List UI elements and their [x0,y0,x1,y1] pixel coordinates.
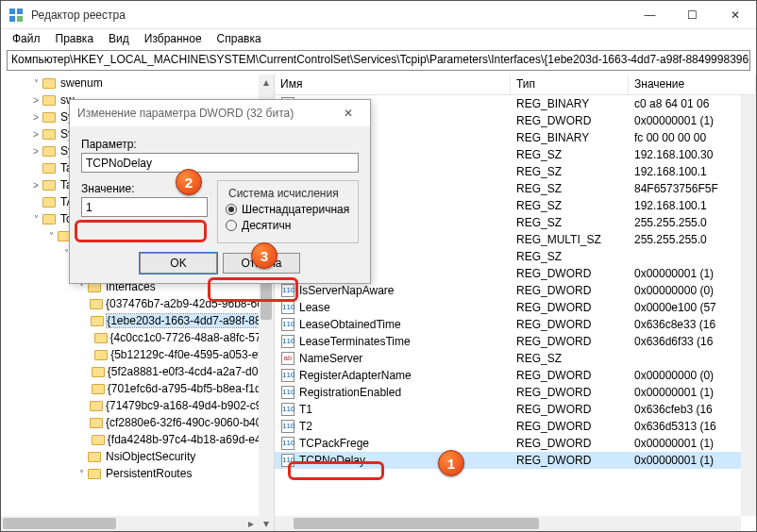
value-type: REG_DWORD [511,386,629,399]
column-value[interactable]: Значение [629,75,756,94]
value-row[interactable]: 110T2REG_DWORD0x636d5313 (16 [275,418,756,435]
tree-item-label: swenum [60,76,103,90]
folder-icon [42,76,58,90]
expand-icon[interactable]: > [29,129,42,140]
expand-icon[interactable]: > [29,95,42,106]
value-row[interactable]: 110LeaseObtainedTimeREG_DWORD0x636c8e33 … [275,316,756,333]
menu-favorites[interactable]: Избранное [137,30,210,47]
param-input[interactable] [81,153,359,173]
value-input[interactable] [81,197,208,217]
radio-hex[interactable]: Шестнадцатеричная [226,203,350,216]
value-data: 192.168.100.1 [629,199,756,212]
binary-value-icon: 110 [280,368,295,383]
value-data: 0x636cfeb3 (16 [629,403,756,416]
value-data: 192.168.100.30 [629,148,756,161]
value-type: REG_SZ [511,148,629,161]
value-row[interactable]: 110LeaseTerminatesTimeREG_DWORD0x636d6f3… [275,333,756,350]
callout-2: 2 [176,169,202,195]
expand-icon[interactable]: ˅ [29,78,42,89]
tree-item[interactable]: {5f2a8881-e0f3-4cd4-a2a7-d03df [1,363,274,380]
expand-icon[interactable]: > [29,112,42,123]
minimize-button[interactable]: — [629,1,671,29]
value-name: T2 [299,420,312,433]
value-row[interactable]: 110TCPackFregeREG_DWORD0x00000001 (1) [275,435,756,452]
value-row[interactable]: 110T1REG_DWORD0x636cfeb3 (16 [275,401,756,418]
folder-icon [90,297,103,310]
folder-icon [42,195,58,208]
value-row[interactable]: 110RegistrationEnabledREG_DWORD0x0000000… [275,384,756,401]
column-name[interactable]: Имя [275,75,511,94]
list-vertical-scrollbar[interactable] [741,95,756,516]
tree-item[interactable]: {1ebe203d-1663-4dd7-a98f-8849 [1,312,274,329]
address-bar[interactable]: Компьютер\HKEY_LOCAL_MACHINE\SYSTEM\Curr… [7,50,750,71]
value-row[interactable]: 110TCPNoDelayREG_DWORD0x00000001 (1) [275,452,756,469]
expand-icon[interactable]: ˅ [44,231,58,241]
tree-item[interactable]: {4c0cc1c0-7726-48a8-a8fc-5765 [1,329,274,346]
column-type[interactable]: Тип [511,75,629,94]
radio-dot-icon [226,220,237,231]
value-data: 255.255.255.0 [629,233,756,246]
menu-file[interactable]: Файл [5,30,48,47]
tree-item-label: {cf2880e6-32f6-490c-9060-b40d5 [106,416,275,429]
regedit-icon [8,8,24,23]
binary-value-icon: 110 [280,385,295,400]
scroll-thumb[interactable] [294,518,539,529]
binary-value-icon: 110 [280,402,295,417]
tree-item[interactable]: {71479bc9-a168-49d4-b902-c952 [1,397,274,414]
scroll-right-icon[interactable]: ▸ [244,516,259,531]
tree-item[interactable]: NsiObjectSecurity [1,448,274,465]
value-data: 0x636c8e33 (16 [629,318,756,331]
expand-icon[interactable]: > [29,180,42,191]
titlebar: Редактор реестра — ☐ ✕ [1,1,756,29]
value-data: 84F6573756F5F [629,182,756,195]
scroll-down-icon[interactable]: ▾ [259,516,274,531]
value-row[interactable]: abNameServerREG_SZ [275,350,756,367]
value-data: 0x00000001 (1) [629,454,756,467]
folder-icon [92,433,105,446]
value-type: REG_DWORD [511,267,629,280]
close-button[interactable]: ✕ [714,1,756,29]
value-type: REG_SZ [511,352,629,365]
tree-item[interactable]: ˅PersistentRoutes [1,465,274,482]
value-name: T1 [299,403,312,416]
tree-item[interactable]: {701efc6d-a795-4bf5-b8ea-f1da0 [1,380,274,397]
scroll-up-icon[interactable]: ▴ [259,75,274,90]
tree-horizontal-scrollbar[interactable]: ◂ ▸ [1,516,259,531]
tree-item[interactable]: {fda4248b-97c4-4b18-a69d-e4e8 [1,431,274,448]
value-data: 0x00000001 (1) [629,386,756,399]
value-name: RegisterAdapterName [299,369,412,382]
tree-item[interactable]: ˅swenum [1,75,274,91]
scroll-thumb[interactable] [3,518,116,529]
dialog-close-button[interactable]: ✕ [334,107,362,120]
value-type: REG_DWORD [511,284,629,297]
expand-icon[interactable]: ˅ [75,469,88,479]
edit-dword-dialog: Изменение параметра DWORD (32 бита) ✕ Па… [69,99,371,284]
menu-help[interactable]: Справка [210,30,269,47]
value-data: fc 00 00 00 00 [629,131,756,144]
folder-icon [42,212,58,225]
maximize-button[interactable]: ☐ [671,1,714,29]
value-row[interactable]: 110IsServerNapAwareREG_DWORD0x00000000 (… [275,282,756,299]
value-data: 0x636d6f33 (16 [629,335,756,348]
folder-icon [94,331,108,344]
svg-rect-3 [17,16,23,22]
tree-item-label: {5b12129c-4f0e-4595-a053-ef27 [110,348,274,361]
tree-item[interactable]: {5b12129c-4f0e-4595-a053-ef27 [1,346,274,363]
value-type: REG_DWORD [511,420,629,433]
expand-icon[interactable]: ˅ [29,214,42,224]
tree-item[interactable]: {cf2880e6-32f6-490c-9060-b40d5 [1,414,274,431]
folder-icon [92,365,105,378]
tree-item-label: NsiObjectSecurity [106,450,195,463]
ok-button[interactable]: OK [140,253,217,274]
tree-item[interactable]: {037476b7-a2b9-42d5-96b8-6c2a [1,295,274,312]
value-row[interactable]: 110RegisterAdapterNameREG_DWORD0x0000000… [275,367,756,384]
value-data: 255.255.255.0 [629,216,756,229]
list-horizontal-scrollbar[interactable] [275,516,741,531]
expand-icon[interactable]: > [29,146,42,157]
menu-edit[interactable]: Правка [48,30,102,47]
radio-dec[interactable]: Десятичн [226,219,350,232]
callout-1: 1 [438,450,464,476]
menu-view[interactable]: Вид [101,30,137,47]
folder-icon [91,314,104,327]
value-row[interactable]: 110LeaseREG_DWORD0x0000e100 (57 [275,299,756,316]
